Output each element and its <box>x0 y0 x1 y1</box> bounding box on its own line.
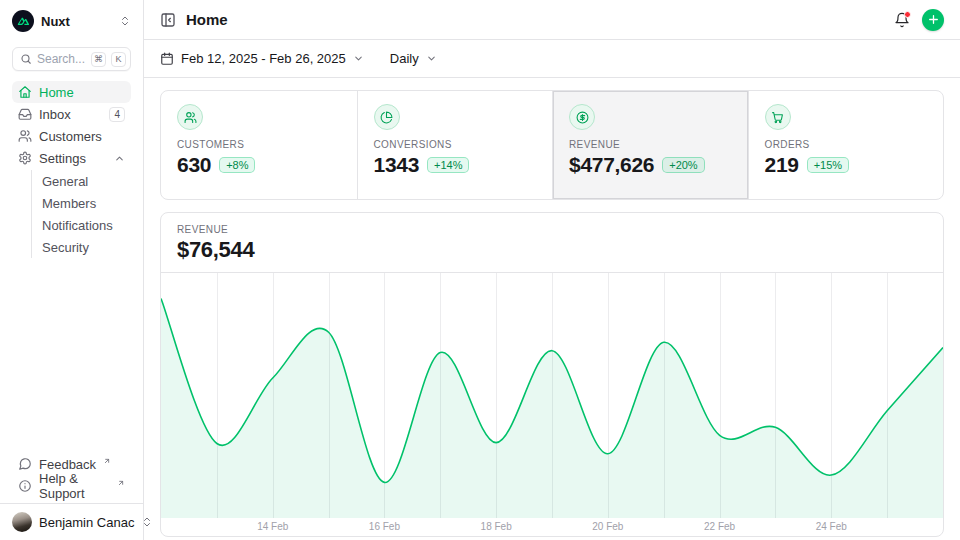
stat-value: 1343 <box>374 153 420 177</box>
sidebar-item-notifications[interactable]: Notifications <box>42 214 131 236</box>
inbox-count-badge: 4 <box>109 107 125 122</box>
stat-card-conversions[interactable]: CONVERSIONS 1343 +14% <box>357 91 553 199</box>
add-button[interactable] <box>922 9 944 31</box>
notifications-button[interactable] <box>894 12 910 28</box>
calendar-icon <box>160 52 174 66</box>
collapse-sidebar-icon[interactable] <box>160 12 176 28</box>
stat-label: ORDERS <box>765 139 928 150</box>
sidebar-spacer <box>12 258 131 453</box>
sidebar-nav: Home Inbox 4 Customers Settings Genera <box>12 81 131 258</box>
plus-icon <box>927 13 940 26</box>
page-title: Home <box>186 11 228 28</box>
sidebar-item-customers[interactable]: Customers <box>12 125 131 147</box>
stat-value: $477,626 <box>569 153 654 177</box>
sidebar-item-home[interactable]: Home <box>12 81 131 103</box>
settings-subnav: General Members Notifications Security <box>31 170 131 258</box>
x-tick-label: 14 Feb <box>257 521 288 532</box>
sidebar-item-label: Customers <box>39 129 125 144</box>
sidebar: Nuxt Search... ⌘ K Home Inbox 4 <box>0 0 144 540</box>
gear-icon <box>18 151 32 165</box>
sidebar-item-inbox[interactable]: Inbox 4 <box>12 103 131 125</box>
stat-label: CONVERSIONS <box>374 139 537 150</box>
granularity-label: Daily <box>390 51 419 66</box>
x-tick-label: 24 Feb <box>816 521 847 532</box>
search-icon <box>20 53 32 65</box>
x-tick-label: 22 Feb <box>704 521 735 532</box>
sidebar-item-label: Settings <box>39 151 107 166</box>
sidebar-item-members[interactable]: Members <box>42 192 131 214</box>
stat-card-revenue[interactable]: REVENUE $477,626 +20% <box>552 91 748 199</box>
sidebar-item-label: Help & Support <box>39 471 110 501</box>
page-header: Home <box>144 0 960 40</box>
stat-delta-badge: +15% <box>807 157 849 173</box>
sidebar-item-label: Home <box>39 85 125 100</box>
x-tick-label: 18 Feb <box>481 521 512 532</box>
sidebar-item-security[interactable]: Security <box>42 236 131 258</box>
x-tick-label: 20 Feb <box>592 521 623 532</box>
sidebar-footer-nav: Feedback Help & Support <box>12 453 131 503</box>
users-icon <box>177 104 203 130</box>
circle-dollar-icon <box>569 104 595 130</box>
inbox-icon <box>18 107 32 121</box>
avatar <box>12 512 32 532</box>
shopping-cart-icon <box>765 104 791 130</box>
sidebar-item-label: Feedback <box>39 457 96 472</box>
user-menu[interactable]: Benjamin Canac <box>0 503 143 540</box>
users-icon <box>18 129 32 143</box>
revenue-chart-svg <box>161 273 943 518</box>
dashboard-content: CUSTOMERS 630 +8% CONVERSIONS 1343 +14% <box>144 78 960 540</box>
stat-delta-badge: +8% <box>219 157 255 173</box>
info-circle-icon <box>18 479 32 493</box>
granularity-select[interactable]: Daily <box>390 51 437 66</box>
stats-row: CUSTOMERS 630 +8% CONVERSIONS 1343 +14% <box>160 90 944 200</box>
chevron-down-icon <box>353 53 364 64</box>
kbd-cmd: ⌘ <box>91 52 106 67</box>
stat-label: REVENUE <box>569 139 732 150</box>
external-link-icon <box>103 457 111 465</box>
chart-title: REVENUE <box>177 224 927 235</box>
chart-current-value: $76,544 <box>177 237 927 263</box>
sidebar-item-settings[interactable]: Settings <box>12 147 131 169</box>
stat-delta-badge: +20% <box>662 157 704 173</box>
sidebar-item-label: Inbox <box>39 107 102 122</box>
x-tick-label: 16 Feb <box>369 521 400 532</box>
chevron-down-icon <box>426 53 437 64</box>
nuxt-logo-icon <box>12 10 34 32</box>
stat-card-customers[interactable]: CUSTOMERS 630 +8% <box>161 91 357 199</box>
date-range-label: Feb 12, 2025 - Feb 26, 2025 <box>181 51 346 66</box>
revenue-area <box>161 298 943 518</box>
chart-plot-area <box>161 273 943 518</box>
home-icon <box>18 85 32 99</box>
stat-value: 630 <box>177 153 211 177</box>
chevrons-up-down-icon <box>119 15 131 27</box>
pie-chart-icon <box>374 104 400 130</box>
sidebar-item-general[interactable]: General <box>42 170 131 192</box>
sidebar-item-help-support[interactable]: Help & Support <box>12 475 131 497</box>
external-link-icon <box>117 479 125 487</box>
topbar-actions <box>894 9 944 31</box>
chart-x-axis: 14 Feb16 Feb18 Feb20 Feb22 Feb24 Feb <box>161 518 943 536</box>
workspace-switcher[interactable]: Nuxt <box>12 10 131 32</box>
filters-toolbar: Feb 12, 2025 - Feb 26, 2025 Daily <box>144 40 960 78</box>
stat-label: CUSTOMERS <box>177 139 341 150</box>
search-input[interactable]: Search... ⌘ K <box>12 47 131 71</box>
kbd-k: K <box>111 52 126 67</box>
notification-dot <box>904 11 911 18</box>
revenue-chart-panel: REVENUE $76,544 14 Feb16 Feb18 Feb20 Feb… <box>160 212 944 537</box>
chart-header: REVENUE $76,544 <box>161 213 943 273</box>
stat-delta-badge: +14% <box>427 157 469 173</box>
date-range-picker[interactable]: Feb 12, 2025 - Feb 26, 2025 <box>160 51 364 66</box>
search-placeholder: Search... <box>37 52 86 66</box>
chevron-up-icon <box>114 153 125 164</box>
user-name: Benjamin Canac <box>39 515 134 530</box>
stat-card-orders[interactable]: ORDERS 219 +15% <box>748 91 944 199</box>
message-circle-icon <box>18 457 32 471</box>
main-area: Home Feb 12, 2025 - Feb 26, 2025 Daily <box>144 0 960 540</box>
stat-value: 219 <box>765 153 799 177</box>
workspace-name: Nuxt <box>41 14 112 29</box>
